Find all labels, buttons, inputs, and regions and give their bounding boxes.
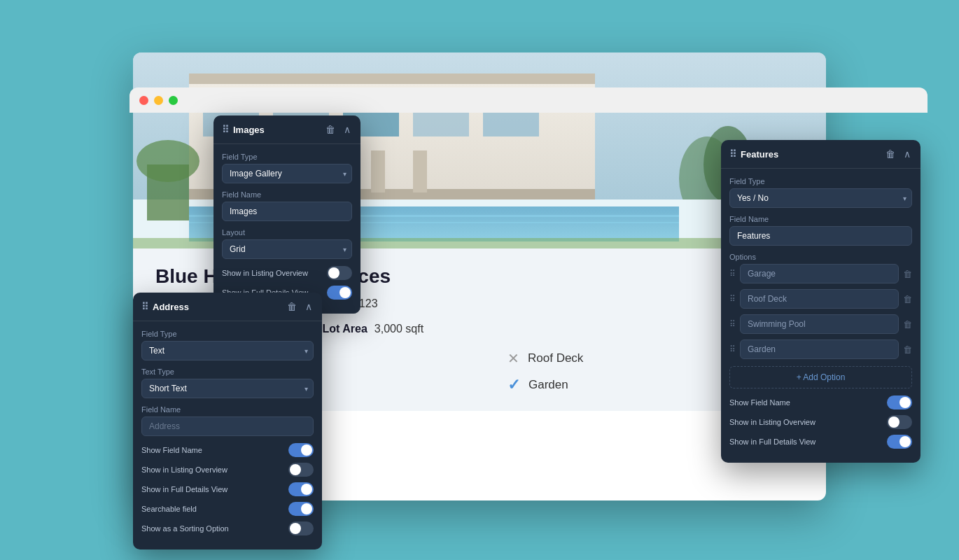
feat-field-name-input[interactable] <box>729 226 912 246</box>
svg-point-18 <box>136 140 200 182</box>
option-input-garage[interactable] <box>740 264 899 284</box>
feat-field-name-row: Field Name <box>729 215 912 246</box>
address-panel-actions: 🗑 ∧ <box>286 300 314 314</box>
drag-handle-3[interactable]: ⠿ <box>729 319 736 329</box>
layout-select[interactable]: Grid <box>222 239 352 259</box>
features-delete-button[interactable]: 🗑 <box>884 147 897 161</box>
features-panel-body: Field Type Yes / No Field Name Options ⠿… <box>721 169 920 463</box>
addr-show-field-name-row: Show Field Name <box>141 443 314 457</box>
address-collapse-button[interactable]: ∧ <box>304 300 314 314</box>
addr-show-field-name-toggle[interactable] <box>288 443 314 457</box>
addr-text-type-select[interactable]: Short Text <box>141 379 314 398</box>
features-panel-actions: 🗑 ∧ <box>884 147 912 161</box>
addr-field-name-input[interactable] <box>141 416 314 436</box>
close-button[interactable] <box>139 96 148 105</box>
images-panel-header: ⠿ Images 🗑 ∧ <box>214 115 360 144</box>
svg-rect-12 <box>413 150 427 192</box>
option-delete-roof-deck[interactable]: 🗑 <box>903 294 912 304</box>
option-garden: ⠿ 🗑 <box>729 340 912 359</box>
field-type-row: Field Type Image Gallery <box>222 153 352 183</box>
feat-show-field-name-row: Show Field Name <box>729 396 912 410</box>
svg-rect-9 <box>189 74 595 84</box>
images-panel: ⠿ Images 🗑 ∧ Field Type Image Gallery Fi… <box>214 115 360 314</box>
feat-field-type-select[interactable]: Yes / No <box>729 188 912 208</box>
add-option-button[interactable]: + Add Option <box>729 366 912 388</box>
addr-sorting-row: Show as a Sorting Option <box>141 522 314 536</box>
images-panel-actions: 🗑 ∧ <box>324 122 352 136</box>
features-panel-header: ⠿ Features 🗑 ∧ <box>721 140 920 169</box>
field-type-select[interactable]: Image Gallery <box>222 164 352 183</box>
images-panel-title: ⠿ Images <box>222 124 265 135</box>
option-delete-garage[interactable]: 🗑 <box>903 269 912 279</box>
feat-show-listing-toggle[interactable] <box>887 415 912 429</box>
addr-field-type-select[interactable]: Text <box>141 341 314 360</box>
grid-icon: ⠿ <box>222 124 229 135</box>
addr-searchable-toggle[interactable] <box>288 502 314 516</box>
feat-show-listing-row: Show in Listing Overview <box>729 415 912 429</box>
check-icon-3: ✓ <box>507 376 520 394</box>
minimize-button[interactable] <box>154 96 163 105</box>
features-panel: ⠿ Features 🗑 ∧ Field Type Yes / No Field… <box>721 140 920 463</box>
show-full-toggle[interactable] <box>327 286 352 300</box>
maximize-button[interactable] <box>169 96 178 105</box>
svg-rect-11 <box>371 150 385 192</box>
address-delete-button[interactable]: 🗑 <box>286 300 298 314</box>
grid-icon-2: ⠿ <box>141 301 148 312</box>
option-input-swimming-pool[interactable] <box>740 314 899 334</box>
address-panel: ⠿ Address 🗑 ∧ Field Type Text Text Type … <box>133 293 322 550</box>
features-panel-title: ⠿ Features <box>729 148 778 160</box>
feat-show-full-row: Show in Full Details View <box>729 435 912 449</box>
addr-text-type-row: Text Type Short Text <box>141 368 314 398</box>
images-collapse-button[interactable]: ∧ <box>342 122 352 136</box>
address-panel-title: ⠿ Address <box>141 301 189 312</box>
option-garage: ⠿ 🗑 <box>729 264 912 284</box>
images-panel-body: Field Type Image Gallery Field Name Layo… <box>214 144 360 314</box>
features-collapse-button[interactable]: ∧ <box>902 147 912 161</box>
cross-icon: ✕ <box>507 350 519 367</box>
address-panel-body: Field Type Text Text Type Short Text Fie… <box>133 321 322 550</box>
option-swimming-pool: ⠿ 🗑 <box>729 314 912 334</box>
address-panel-header: ⠿ Address 🗑 ∧ <box>133 293 322 321</box>
addr-field-name-row: Field Name <box>141 405 314 436</box>
drag-handle-4[interactable]: ⠿ <box>729 344 736 354</box>
layout-row: Layout Grid <box>222 228 352 259</box>
addr-show-full-toggle[interactable] <box>288 482 314 496</box>
addr-show-listing-toggle[interactable] <box>288 463 314 477</box>
show-listing-toggle[interactable] <box>327 266 352 280</box>
feat-show-field-name-toggle[interactable] <box>887 396 912 410</box>
option-roof-deck: ⠿ 🗑 <box>729 289 912 309</box>
grid-icon-3: ⠿ <box>729 148 736 160</box>
addr-searchable-row: Searchable field <box>141 502 314 516</box>
addr-field-type-row: Field Type Text <box>141 330 314 360</box>
window-chrome <box>130 88 927 113</box>
option-delete-swimming-pool[interactable]: 🗑 <box>903 319 912 330</box>
option-input-garden[interactable] <box>740 340 899 359</box>
show-listing-toggle-row: Show in Listing Overview <box>222 266 352 280</box>
drag-handle-2[interactable]: ⠿ <box>729 294 736 304</box>
option-delete-garden[interactable]: 🗑 <box>903 344 912 355</box>
feat-show-full-toggle[interactable] <box>887 435 912 449</box>
field-name-input[interactable] <box>222 202 352 221</box>
feat-options-section: Options ⠿ 🗑 ⠿ 🗑 ⠿ 🗑 ⠿ 🗑 <box>729 253 912 359</box>
addr-sorting-toggle[interactable] <box>288 522 314 536</box>
addr-show-listing-row: Show in Listing Overview <box>141 463 314 477</box>
feat-field-type-row: Field Type Yes / No <box>729 177 912 208</box>
images-delete-button[interactable]: 🗑 <box>324 122 337 136</box>
lot-area-stat: Lot Area 3,000 sqft <box>323 323 424 335</box>
addr-show-full-row: Show in Full Details View <box>141 482 314 496</box>
option-input-roof-deck[interactable] <box>740 289 899 309</box>
field-name-row: Field Name <box>222 190 352 221</box>
drag-handle-1[interactable]: ⠿ <box>729 269 736 279</box>
